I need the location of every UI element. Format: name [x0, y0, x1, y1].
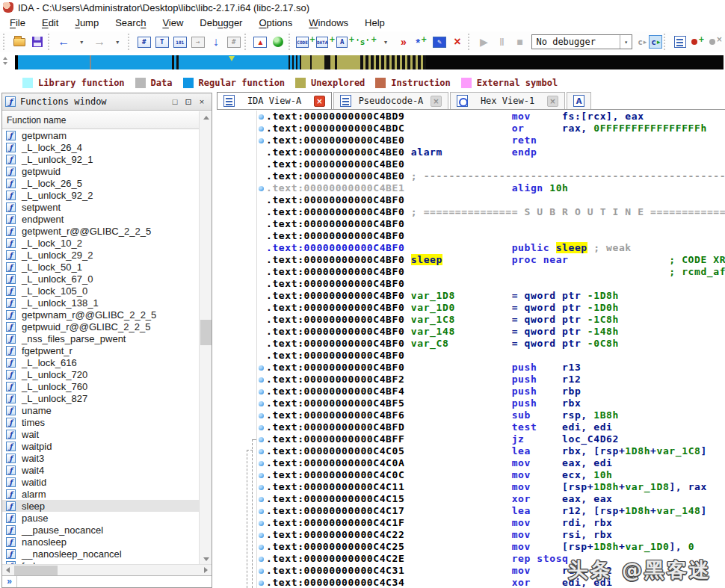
make-dropdown[interactable]: ▾	[377, 34, 394, 50]
toolbar-overflow-button[interactable]: »	[395, 34, 412, 50]
disasm-line[interactable]: .text:00000000000C4BF0 var_1C8 = qword p…	[257, 314, 725, 326]
run-to-cursor-button[interactable]: c▸	[649, 35, 662, 49]
disasm-line[interactable]: .text:00000000000C4BE0 retn	[257, 134, 725, 146]
function-row[interactable]: ƒ_L_lock_10_2	[2, 237, 200, 249]
function-row[interactable]: ƒfgetpwent_r	[2, 344, 200, 356]
disasm-line[interactable]: .text:00000000000C4C0A mov eax, edi	[257, 457, 725, 469]
toolbar-grip[interactable]	[244, 34, 249, 50]
toolbar-grip[interactable]	[468, 34, 472, 50]
tab-extra[interactable]: A	[567, 92, 591, 109]
function-row[interactable]: ƒwait	[2, 428, 200, 440]
tab-close-button[interactable]: ×	[314, 96, 325, 107]
disasm-line[interactable]: .text:00000000000C4BF0 push r13	[257, 362, 725, 374]
function-row[interactable]: ƒgetpwuid_r@@GLIBC_2_2_5	[2, 321, 200, 332]
function-row[interactable]: ƒ__pause_nocancel	[2, 524, 200, 536]
toolbar-grip[interactable]	[128, 34, 132, 50]
function-row[interactable]: ƒnanosleep	[2, 536, 200, 548]
function-row[interactable]: ƒtimes	[2, 416, 200, 428]
disasm-line[interactable]: .text:00000000000C4C1F mov rdi, rbx	[257, 517, 725, 529]
disasm-line[interactable]: .text:00000000000C4C22 mov rsi, rbx	[257, 529, 725, 541]
function-row[interactable]: ƒuname	[2, 404, 200, 416]
menu-debugger[interactable]: Debugger	[191, 15, 250, 31]
disasm-line[interactable]: .text:00000000000C4BF0	[257, 230, 725, 242]
disasm-line[interactable]: .text:00000000000C4BF2 push r12	[257, 374, 725, 386]
function-row[interactable]: ƒ_L_unlock_67_0	[2, 273, 200, 285]
tab-close-button[interactable]: ×	[431, 96, 442, 107]
function-row[interactable]: ƒ_L_lock_616	[2, 356, 200, 368]
disasm-line[interactable]: .text:00000000000C4C17 lea r12, [rsp+1D8…	[257, 505, 725, 517]
toolbar-grip[interactable]	[48, 34, 52, 50]
function-row[interactable]: ƒ_L_unlock_760	[2, 380, 200, 392]
function-row[interactable]: ƒwait3	[2, 452, 200, 464]
make-code-button[interactable]: CODE+	[297, 34, 315, 50]
disasm-line[interactable]: .text:00000000000C4BE0 ; ---------------…	[257, 170, 725, 182]
function-row[interactable]: ƒsleep	[2, 500, 200, 512]
disasm-line[interactable]: .text:00000000000C4BF5 push rbx	[257, 397, 725, 409]
disasm-line[interactable]: .text:00000000000C4BF0	[257, 350, 725, 362]
make-data-button[interactable]: DATA+	[317, 34, 336, 50]
function-row[interactable]: ƒ_L_unlock_92_2	[2, 189, 200, 201]
menu-file[interactable]: File	[1, 15, 34, 31]
show-problems-button[interactable]: ▲	[252, 34, 268, 50]
scroll-right-button[interactable]	[200, 565, 212, 575]
disasm-line[interactable]: .text:00000000000C4BF0 var_C8 = qword pt…	[257, 338, 725, 350]
delete-breakpoint-button[interactable]: ×	[708, 34, 724, 50]
scroll-up-button[interactable]	[200, 111, 212, 123]
disasm-line[interactable]: .text:00000000000C4BF0	[257, 194, 725, 206]
scroll-down-button[interactable]	[200, 553, 212, 565]
disasm-line[interactable]: .text:00000000000C4BF0 sleep proc near ;…	[257, 254, 725, 266]
function-row[interactable]: ƒ_L_lock_105_0	[2, 285, 200, 297]
disasm-line[interactable]: .text:00000000000C4BDC or rax, 0FFFFFFFF…	[257, 123, 725, 134]
disasm-line[interactable]: .text:00000000000C4BF4 push rbp	[257, 386, 725, 397]
menu-search[interactable]: Search	[107, 15, 154, 31]
disasm-line[interactable]: .text:00000000000C4C15 xor eax, eax	[257, 493, 725, 505]
function-row[interactable]: ƒgetpwnam	[2, 129, 200, 141]
jump-to-address-button[interactable]: ↓	[208, 34, 224, 50]
disasm-line[interactable]: .text:00000000000C4BF6 sub rsp, 1B8h	[257, 409, 725, 421]
search-text-button[interactable]: T	[154, 34, 170, 50]
analysis-indicator[interactable]	[270, 34, 286, 50]
disasm-line[interactable]: .text:00000000000C4BFD test edi, edi	[257, 421, 725, 433]
debugger-pause-button[interactable]: Ⅱ	[493, 34, 510, 50]
delete-function-button[interactable]: ×	[449, 34, 466, 50]
menu-jump[interactable]: Jump	[67, 15, 107, 31]
toolbar-grip[interactable]	[664, 34, 668, 50]
navband-scroll-buttons[interactable]	[3, 57, 12, 69]
function-row[interactable]: ƒ_L_lock_26_4	[2, 141, 200, 153]
disasm-line[interactable]: .text:00000000000C4BD9 mov fs:[rcx], eax	[257, 111, 725, 123]
function-row[interactable]: ƒ_L_lock_50_1	[2, 261, 200, 273]
debugger-select-dropdown[interactable]: ▾	[620, 35, 632, 49]
function-row[interactable]: ƒgetpwuid	[2, 165, 200, 177]
navigation-band[interactable]	[15, 55, 724, 69]
disasm-line[interactable]: .text:00000000000C4BE1 align 10h	[257, 182, 725, 194]
function-row[interactable]: ƒsetpwent	[2, 201, 200, 213]
search-binary-button[interactable]: 101	[172, 34, 188, 50]
maximize-button[interactable]: □	[168, 97, 182, 106]
disasm-line[interactable]: .text:00000000000C4C05 lea rbx, [rsp+1D8…	[257, 445, 725, 457]
function-row[interactable]: ƒwaitid	[2, 476, 200, 488]
search-next-button[interactable]: →	[190, 34, 206, 50]
navigate-back-dropdown[interactable]: ▾	[73, 34, 90, 50]
open-file-button[interactable]	[11, 34, 28, 50]
disasm-line[interactable]: .text:00000000000C4BFF jz loc_C4D62	[257, 433, 725, 445]
function-row[interactable]: ƒwaitpid	[2, 440, 200, 452]
add-breakpoint-button[interactable]: +	[690, 34, 706, 50]
make-string-button[interactable]: 's'+	[357, 34, 376, 50]
close-button[interactable]: ×	[195, 97, 209, 106]
disasm-line[interactable]: .text:00000000000C4BF0 ; ===============…	[257, 206, 725, 218]
function-row[interactable]: ƒwait4	[2, 464, 200, 476]
disasm-line[interactable]: .text:00000000000C4BE0	[257, 158, 725, 170]
disasm-line[interactable]: .text:00000000000C4BF0	[257, 218, 725, 230]
vertical-scroll-thumb[interactable]	[200, 320, 212, 345]
debugger-select[interactable]: No debugger ▾	[531, 34, 632, 49]
disasm-line[interactable]: .text:00000000000C4C11 mov [rsp+1D8h+var…	[257, 481, 725, 493]
function-row[interactable]: ƒgetpwent_r@@GLIBC_2_2_5	[2, 225, 200, 237]
disasm-line[interactable]: .text:00000000000C4BF0	[257, 278, 725, 290]
search-again-button[interactable]: #	[226, 34, 242, 50]
toolbar-grip[interactable]	[289, 34, 293, 50]
edit-function-button[interactable]: ✎	[431, 34, 448, 50]
menu-view[interactable]: View	[154, 15, 191, 31]
tab-close-button[interactable]: ×	[547, 96, 558, 107]
save-file-button[interactable]	[29, 34, 46, 50]
column-header-function-name[interactable]: Function name	[2, 111, 200, 129]
